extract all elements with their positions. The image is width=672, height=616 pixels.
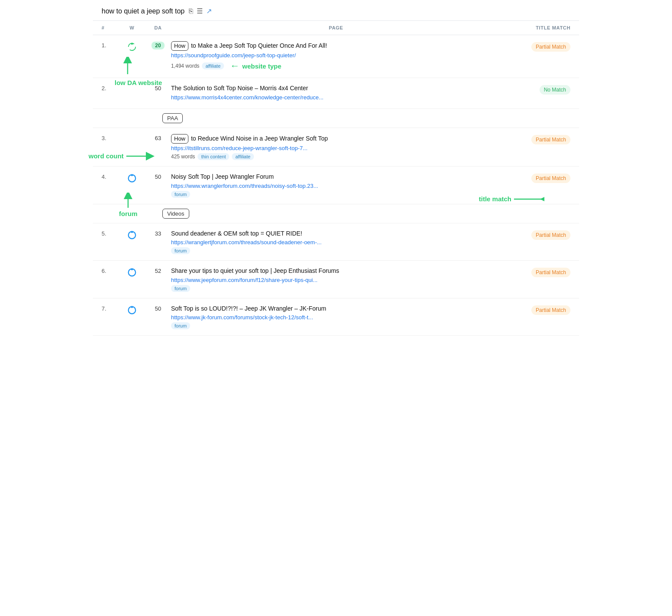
page-url[interactable]: https://wranglertjforum.com/threads/soun… xyxy=(171,239,492,246)
svg-point-1 xyxy=(131,43,133,45)
match-cell: Partial Match xyxy=(501,134,570,144)
loading-icon xyxy=(127,174,137,183)
table-header: # W DA PAGE TITLE MATCH xyxy=(93,21,579,35)
col-header-title-match: TITLE MATCH xyxy=(501,25,570,30)
da-cell: 20 xyxy=(145,41,171,49)
list-icon[interactable]: ☰ xyxy=(197,7,203,15)
annotation-word-count: word count xyxy=(89,152,157,161)
word-count: 425 words xyxy=(171,154,195,160)
row-num: 5. xyxy=(102,229,119,237)
match-badge: Partial Match xyxy=(531,135,570,144)
match-badge: Partial Match xyxy=(531,42,570,52)
keyword-box: How xyxy=(171,41,188,51)
page-wrapper: how to quiet a jeep soft top ⎘ ☰ ↗ # W D… xyxy=(93,0,579,336)
col-header-num: # xyxy=(102,25,119,30)
loading-icon xyxy=(127,42,137,52)
page-url[interactable]: https://www.jk-forum.com/forums/stock-jk… xyxy=(171,314,492,321)
row-num: 2. xyxy=(102,84,119,92)
match-cell: Partial Match xyxy=(501,305,570,315)
arrow-svg xyxy=(126,152,157,161)
table-row: 4. 50 Noisy Soft Top | Jeep Wrangler For… xyxy=(93,167,579,204)
da-badge: 20 xyxy=(152,42,164,49)
row-num: 6. xyxy=(102,267,119,274)
row-num: 1. xyxy=(102,41,119,49)
annotation-arrow: ← xyxy=(230,60,240,72)
match-cell: Partial Match xyxy=(501,267,570,277)
page-cell: Sound deadener & OEM soft top = QUIET RI… xyxy=(171,229,501,255)
header-icons: ⎘ ☰ ↗ xyxy=(189,7,212,15)
table-row: 6. 52 Share your tips to quiet your soft… xyxy=(93,261,579,298)
copy-icon[interactable]: ⎘ xyxy=(189,7,193,15)
page-title-text: Sound deadener & OEM soft top = QUIET RI… xyxy=(171,229,492,238)
w-icon-cell xyxy=(119,84,145,85)
page-cell: Share your tips to quiet your soft top |… xyxy=(171,267,501,292)
videos-label: Videos xyxy=(162,209,189,219)
table-row: 5. 33 Sound deadener & OEM soft top = QU… xyxy=(93,223,579,261)
page-url[interactable]: https://www.jeepforum.com/forum/f12/shar… xyxy=(171,277,492,283)
page-title-text: Soft Top is so LOUD!?!?! – Jeep JK Wrang… xyxy=(171,305,492,313)
match-badge: Partial Match xyxy=(531,268,570,277)
w-icon-cell xyxy=(119,305,145,315)
word-count: 1,494 words xyxy=(171,63,199,69)
page-cell: How to Make a Jeep Soft Top Quieter Once… xyxy=(171,41,501,72)
da-cell: 52 xyxy=(145,267,171,274)
annotation-forum: forum xyxy=(119,193,138,217)
da-cell: 50 xyxy=(145,84,171,92)
page-url[interactable]: https://soundproofguide.com/jeep-soft-to… xyxy=(171,52,492,59)
badge-thin-content: thin content xyxy=(198,153,229,160)
table-row: 1. 20 How to Make a Jeep Soft Top Quiete… xyxy=(93,35,579,78)
page-cell: Soft Top is so LOUD!?!?! – Jeep JK Wrang… xyxy=(171,305,501,330)
keyword-box: How xyxy=(171,134,188,144)
da-cell: 50 xyxy=(145,305,171,312)
loading-icon xyxy=(127,230,137,240)
page-url[interactable]: https://www.morris4x4center.com/knowledg… xyxy=(171,94,492,101)
videos-row: Videos xyxy=(93,204,579,223)
w-icon-cell xyxy=(119,41,145,52)
table-row: 3. 63 How to Reduce Wind Noise in a Jeep… xyxy=(93,128,579,167)
page-meta: 425 words thin content affiliate xyxy=(171,153,492,160)
badge-affiliate: affiliate xyxy=(232,153,254,160)
results-list: 1. 20 How to Make a Jeep Soft Top Quiete… xyxy=(93,35,579,336)
match-badge: Partial Match xyxy=(531,305,570,315)
match-badge: Partial Match xyxy=(531,230,570,240)
match-badge: No Match xyxy=(540,85,570,95)
da-cell: 63 xyxy=(145,134,171,141)
page-meta: forum xyxy=(171,247,492,254)
match-cell: Partial Match xyxy=(501,173,570,183)
page-url[interactable]: https://itstillruns.com/reduce-jeep-wran… xyxy=(171,145,492,151)
page-meta: forum xyxy=(171,285,492,292)
page-meta: forum xyxy=(171,322,492,329)
header: how to quiet a jeep soft top ⎘ ☰ ↗ xyxy=(93,0,579,21)
paa-row: PAA xyxy=(93,109,579,128)
table-row: 7. 50 Soft Top is so LOUD!?!?! – Jeep JK… xyxy=(93,298,579,336)
svg-point-5 xyxy=(131,174,133,176)
w-icon-cell xyxy=(119,229,145,240)
row-num: 3. xyxy=(102,134,119,141)
page-url[interactable]: https://www.wranglerforum.com/threads/no… xyxy=(171,183,492,189)
badge-forum: forum xyxy=(171,322,190,329)
svg-point-13 xyxy=(131,306,133,308)
page-title-text: Noisy Soft Top | Jeep Wrangler Forum xyxy=(171,173,492,181)
badge-forum: forum xyxy=(171,285,190,292)
row-num: 7. xyxy=(102,305,119,312)
svg-point-9 xyxy=(131,231,133,233)
page-title-text: How to Reduce Wind Noise in a Jeep Wrang… xyxy=(171,134,492,144)
loading-icon xyxy=(127,305,137,315)
page-cell: Noisy Soft Top | Jeep Wrangler Forum htt… xyxy=(171,173,501,198)
col-header-da: DA xyxy=(145,25,171,30)
loading-icon xyxy=(127,268,137,277)
match-cell: No Match xyxy=(501,84,570,95)
page-cell: The Solution to Soft Top Noise – Morris … xyxy=(171,84,501,102)
arrow-svg xyxy=(514,195,544,203)
badge-forum: forum xyxy=(171,191,190,198)
page-meta: forum xyxy=(171,191,492,198)
page-meta: 1,494 words affiliate ← website type xyxy=(171,60,492,72)
page-title: how to quiet a jeep soft top xyxy=(102,7,184,15)
external-link-icon[interactable]: ↗ xyxy=(206,7,212,15)
annotation-title-match: title match xyxy=(479,195,544,203)
match-cell: Partial Match xyxy=(501,229,570,240)
page-title-text: Share your tips to quiet your soft top |… xyxy=(171,267,492,275)
paa-label: PAA xyxy=(162,113,183,123)
da-cell: 50 xyxy=(145,173,171,180)
col-header-w: W xyxy=(119,25,145,30)
